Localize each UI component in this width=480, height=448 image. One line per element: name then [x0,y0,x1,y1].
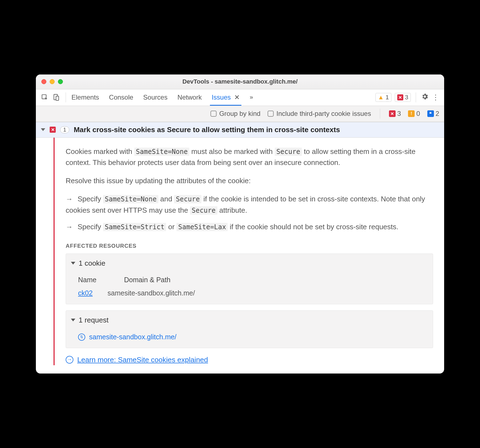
request-url: samesite-sandbox.glitch.me/ [89,332,177,342]
error-flag[interactable]: ✕ 3 [389,110,401,118]
info-flag-count: 2 [436,110,439,118]
cookie-name-link[interactable]: ck02 [78,288,93,298]
issue-title: Mark cross-site cookies as Secure to all… [74,126,340,134]
code-secure: Secure [190,206,217,215]
code-secure: Secure [174,195,201,203]
info-icon: ❝ [427,110,434,117]
checkbox-icon [268,111,274,117]
panel-tabs: Elements Console Sources Network Issues … [71,90,372,105]
cookie-table-header: Name Domain & Path [78,274,428,285]
issue-count-pill: 1 [60,126,69,133]
col-name: Name [78,274,97,285]
cookie-table: Name Domain & Path ck02 samesite-sandbox… [66,273,433,304]
affected-cookies-panel: 1 cookie Name Domain & Path ck02 samesit… [66,254,433,304]
expand-icon [41,128,45,131]
close-tab-icon[interactable]: ✕ [234,94,240,101]
errors-count: 3 [405,94,408,101]
svg-rect-2 [56,96,59,100]
issue-content: Cookies marked with SameSite=None must a… [66,138,444,366]
error-icon: ✕ [397,94,403,100]
info-flag[interactable]: ❝ 2 [427,110,439,118]
warnings-badge[interactable]: ▲ 1 [375,93,391,102]
window-title: DevTools - samesite-sandbox.glitch.me/ [36,78,444,85]
divider [66,92,66,102]
learn-more-link[interactable]: Learn more: SameSite cookies explained [77,354,208,365]
include-third-party-label: Include third-party cookie issues [276,110,371,118]
titlebar: DevTools - samesite-sandbox.glitch.me/ [36,74,444,89]
warning-flag[interactable]: ! 0 [408,110,420,118]
error-icon: ✕ [389,110,396,117]
warnings-count: 1 [386,94,389,101]
include-third-party-checkbox[interactable]: Include third-party cookie issues [268,110,371,118]
resolution-item: → Specify SameSite=Strict or SameSite=La… [66,221,433,232]
code-samesite-none: SameSite=None [134,148,190,156]
severity-rule [54,138,55,366]
toolbar-right: ▲ 1 ✕ 3 ⋮ [375,92,439,102]
arrow-icon: → [66,223,73,231]
warning-icon: ! [408,110,415,117]
tab-issues[interactable]: Issues ✕ [212,90,240,105]
issue-row-header[interactable]: ✕ 1 Mark cross-site cookies as Secure to… [36,122,444,138]
tab-network[interactable]: Network [177,90,202,105]
request-row[interactable]: ⇅ samesite-sandbox.glitch.me/ [66,329,433,348]
learn-more-row: → Learn more: SameSite cookies explained [66,354,433,365]
group-by-kind-checkbox[interactable]: Group by kind [210,110,260,118]
col-domain: Domain & Path [124,274,170,285]
divider [380,109,380,119]
code-samesite-lax: SameSite=Lax [177,223,228,231]
settings-icon[interactable] [421,93,429,102]
inspect-icon[interactable] [41,94,49,101]
issue-body: Cookies marked with SameSite=None must a… [36,138,444,374]
affected-resources-label: AFFECTED RESOURCES [66,242,433,250]
resolution-item: → Specify SameSite=None and Secure if th… [66,193,433,216]
cookie-row: ck02 samesite-sandbox.glitch.me/ [78,288,428,298]
expand-icon [71,319,75,321]
tab-sources[interactable]: Sources [143,90,167,105]
requests-count-label: 1 request [79,314,108,326]
cookie-domain: samesite-sandbox.glitch.me/ [108,288,195,298]
tab-issues-label: Issues [212,94,231,101]
affected-requests-header[interactable]: 1 request [66,311,433,329]
arrow-icon: → [66,195,73,203]
more-options-icon[interactable]: ⋮ [432,93,439,102]
warning-flag-count: 0 [416,110,420,118]
checkbox-icon [210,111,217,117]
expand-icon [71,262,75,265]
devtools-window: DevTools - samesite-sandbox.glitch.me/ E… [36,74,444,374]
code-samesite-strict: SameSite=Strict [103,223,166,231]
traffic-lights [36,79,63,84]
code-samesite-none: SameSite=None [103,195,158,203]
tab-elements[interactable]: Elements [71,90,99,105]
main-toolbar: Elements Console Sources Network Issues … [36,89,444,106]
device-toggle-icon[interactable] [52,94,60,101]
more-tabs-icon[interactable]: » [250,94,253,101]
issue-resolve-intro: Resolve this issue by updating the attri… [66,175,433,186]
error-icon: ✕ [50,127,56,133]
request-icon: ⇅ [78,334,85,341]
errors-badge[interactable]: ✕ 3 [395,93,411,102]
affected-requests-panel: 1 request ⇅ samesite-sandbox.glitch.me/ [66,310,433,348]
zoom-window-button[interactable] [58,79,63,84]
cookies-count-label: 1 cookie [79,258,105,269]
issue-description: Cookies marked with SameSite=None must a… [66,146,433,168]
group-by-kind-label: Group by kind [219,110,260,118]
issues-filter-bar: Group by kind Include third-party cookie… [36,106,444,122]
tab-console[interactable]: Console [109,90,133,105]
warning-icon: ▲ [378,94,384,101]
learn-more-icon: → [66,356,73,364]
error-flag-count: 3 [397,110,401,118]
minimize-window-button[interactable] [50,79,55,84]
code-secure: Secure [275,148,302,156]
divider [416,92,416,102]
affected-cookies-header[interactable]: 1 cookie [66,254,433,273]
close-window-button[interactable] [41,79,46,84]
